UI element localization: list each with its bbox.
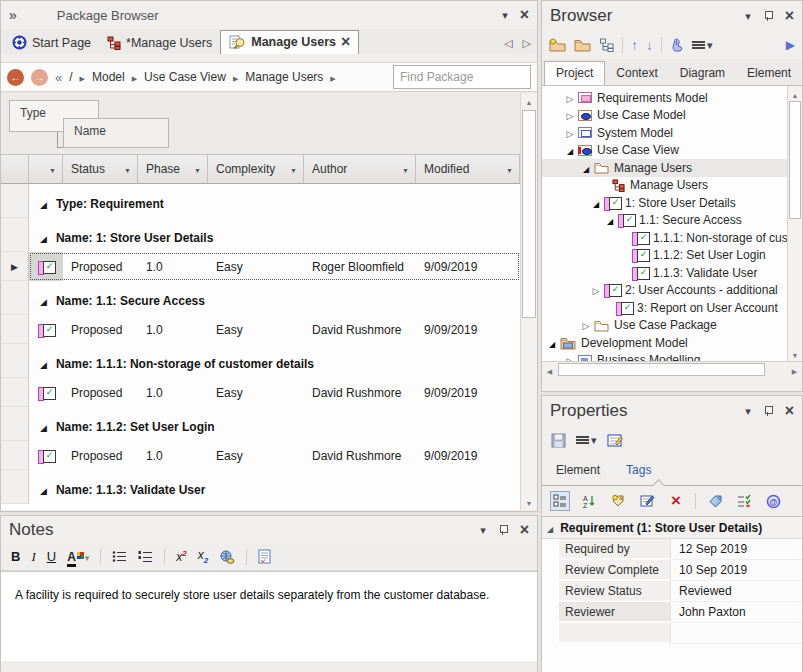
collapse-triangle-icon[interactable]: [40, 483, 47, 497]
numbered-list-button[interactable]: [138, 550, 153, 563]
expander-icon[interactable]: [590, 283, 602, 297]
tab-tags[interactable]: Tags: [626, 463, 651, 477]
tree-item-use-case-package[interactable]: Use Case Package: [542, 317, 787, 335]
tree-item-req-1-1-1[interactable]: 1.1.1: Non-storage of customer details: [542, 229, 787, 247]
close-icon[interactable]: [520, 7, 529, 23]
pin-icon[interactable]: [498, 524, 508, 536]
scrollbar-thumb[interactable]: [558, 363, 765, 376]
find-package-input[interactable]: [393, 65, 531, 89]
close-icon[interactable]: [785, 8, 794, 24]
table-row[interactable]: Proposed 1.0 Easy David Rushmore 9/09/20…: [1, 378, 520, 407]
tree-item-requirements-model[interactable]: Requirements Model: [542, 89, 787, 107]
tag-row[interactable]: Reviewer John Paxton: [542, 602, 802, 623]
new-package-icon[interactable]: [549, 38, 566, 52]
sort-az-button[interactable]: AZ: [579, 491, 599, 511]
tree-item-development-model[interactable]: Development Model: [542, 334, 787, 352]
chevron-down-icon[interactable]: [745, 405, 751, 417]
tab-project[interactable]: Project: [544, 61, 605, 85]
diagram-list-icon[interactable]: [599, 38, 614, 52]
vertical-scrollbar[interactable]: [787, 86, 802, 361]
chevron-down-icon[interactable]: [745, 10, 751, 22]
group-row-name-1-1-3[interactable]: Name: 1.1.3: Validate User: [1, 470, 520, 504]
bold-button[interactable]: [11, 549, 20, 564]
header-icon-column[interactable]: [29, 154, 63, 184]
scroll-up-icon[interactable]: [521, 93, 537, 109]
column-filter-icon[interactable]: [124, 162, 131, 176]
breadcrumb-root[interactable]: /: [69, 70, 72, 84]
expander-icon[interactable]: [580, 318, 592, 332]
column-filter-icon[interactable]: [506, 162, 513, 176]
scroll-right-icon[interactable]: [787, 362, 802, 377]
header-author[interactable]: Author: [304, 154, 416, 184]
collapse-triangle-icon[interactable]: [40, 294, 47, 308]
column-filter-icon[interactable]: [194, 162, 201, 176]
scrollbar-thumb[interactable]: [522, 110, 536, 318]
scrollbar-thumb[interactable]: [789, 101, 801, 219]
close-tab-icon[interactable]: [341, 34, 350, 50]
tab-element[interactable]: Element: [556, 463, 600, 477]
tab-element[interactable]: Element: [736, 62, 802, 85]
expander-icon[interactable]: [564, 353, 576, 361]
scroll-up-icon[interactable]: [788, 86, 802, 101]
header-complexity[interactable]: Complexity: [208, 154, 304, 184]
chevrons-icon[interactable]: [9, 8, 17, 22]
tab-diagram[interactable]: Diagram: [669, 62, 736, 85]
tree-item-req-1-1[interactable]: 1.1: Secure Access: [542, 212, 787, 230]
tag-value[interactable]: 12 Sep 2019: [671, 539, 802, 560]
expander-icon[interactable]: [564, 108, 576, 122]
move-down-icon[interactable]: [646, 37, 653, 53]
forward-button[interactable]: [31, 69, 48, 86]
close-icon[interactable]: [785, 403, 794, 419]
back-button[interactable]: [7, 69, 24, 86]
bullet-list-button[interactable]: [112, 550, 127, 563]
tag-value[interactable]: 10 Sep 2019: [671, 560, 802, 581]
close-icon[interactable]: [520, 522, 529, 538]
expander-icon[interactable]: [580, 161, 592, 175]
expander-icon[interactable]: [564, 143, 576, 157]
hyperlink-icon[interactable]: [219, 550, 235, 564]
edit-tag-button[interactable]: [637, 491, 657, 511]
group-row-type[interactable]: Type: Requirement: [1, 184, 520, 218]
tab-start-page[interactable]: Start Page: [4, 32, 99, 54]
scroll-down-icon[interactable]: [788, 346, 802, 361]
table-row-selected[interactable]: Proposed 1.0 Easy Roger Bloomfield 9/09/…: [1, 252, 520, 281]
tree-item-req-3[interactable]: 3: Report on User Account: [542, 299, 787, 317]
chevron-down-icon[interactable]: [502, 9, 508, 21]
tree-item-business-modelling[interactable]: Business Modelling: [542, 352, 787, 362]
expander-icon[interactable]: [590, 196, 602, 210]
move-up-icon[interactable]: [631, 37, 638, 53]
underline-button[interactable]: [47, 549, 56, 564]
tag-value[interactable]: John Paxton: [671, 602, 802, 623]
header-modified[interactable]: Modified: [416, 154, 520, 184]
tree-item-req-2[interactable]: 2: User Accounts - additional: [542, 282, 787, 300]
header-phase[interactable]: Phase: [138, 154, 208, 184]
save-icon[interactable]: [551, 433, 566, 448]
tab-context[interactable]: Context: [605, 62, 668, 85]
pin-icon[interactable]: [763, 10, 773, 22]
help-icon[interactable]: @: [763, 491, 783, 511]
table-row[interactable]: Proposed 1.0 Easy David Rushmore 9/09/20…: [1, 441, 520, 470]
edit-properties-icon[interactable]: [607, 433, 624, 447]
collapse-triangle-icon[interactable]: [547, 521, 553, 535]
tree-item-use-case-view[interactable]: Use Case View: [542, 142, 787, 160]
tree-item-req-1-1-2[interactable]: 1.1.2: Set User Login: [542, 247, 787, 265]
expand-right-icon[interactable]: [786, 38, 795, 52]
expander-icon[interactable]: [564, 91, 576, 105]
tree-item-system-model[interactable]: System Model: [542, 124, 787, 142]
group-row-name-1-1[interactable]: Name: 1.1: Secure Access: [1, 281, 520, 315]
tab-manage-users-diagram[interactable]: *Manage Users: [99, 33, 220, 54]
expander-icon[interactable]: [546, 336, 558, 350]
tag-row[interactable]: Review Status Reviewed: [542, 581, 802, 602]
tab-scroll-right-icon[interactable]: [523, 37, 531, 49]
horizontal-scrollbar[interactable]: [542, 361, 802, 377]
collapse-triangle-icon[interactable]: [40, 231, 47, 245]
pin-icon[interactable]: [763, 405, 773, 417]
tags-group-header[interactable]: Requirement (1: Store User Details): [542, 517, 802, 539]
breadcrumb-item-model[interactable]: Model: [92, 70, 125, 84]
expander-icon[interactable]: [604, 213, 616, 227]
collapse-triangle-icon[interactable]: [40, 357, 47, 371]
checklist-button[interactable]: [734, 491, 754, 511]
scroll-down-icon[interactable]: [521, 494, 537, 510]
tree-item-req-1-1-3[interactable]: 1.1.3: Validate User: [542, 264, 787, 282]
grouped-view-button[interactable]: [550, 491, 570, 511]
